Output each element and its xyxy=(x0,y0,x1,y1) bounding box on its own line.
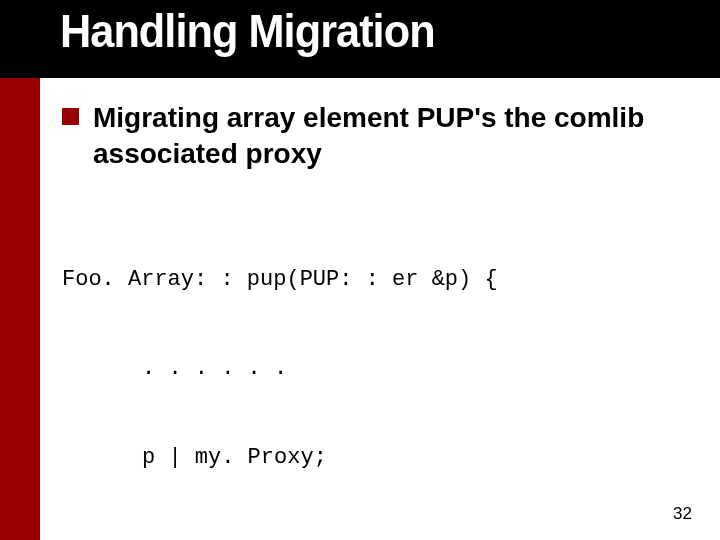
slide-content: Migrating array element PUP's the comlib… xyxy=(62,100,680,540)
code-line: . . . . . . xyxy=(62,354,680,384)
code-line: . . . . . . xyxy=(62,532,680,540)
page-number: 32 xyxy=(673,504,692,524)
bullet-text: Migrating array element PUP's the comlib… xyxy=(93,100,680,172)
bullet-item: Migrating array element PUP's the comlib… xyxy=(62,100,680,172)
left-accent-band xyxy=(0,0,40,540)
code-line: Foo. Array: : pup(PUP: : er &p) { xyxy=(62,265,680,295)
square-bullet-icon xyxy=(62,108,79,125)
code-block: Foo. Array: : pup(PUP: : er &p) { . . . … xyxy=(62,206,680,540)
slide-title: Handling Migration xyxy=(60,4,435,58)
code-line: p | my. Proxy; xyxy=(62,443,680,473)
